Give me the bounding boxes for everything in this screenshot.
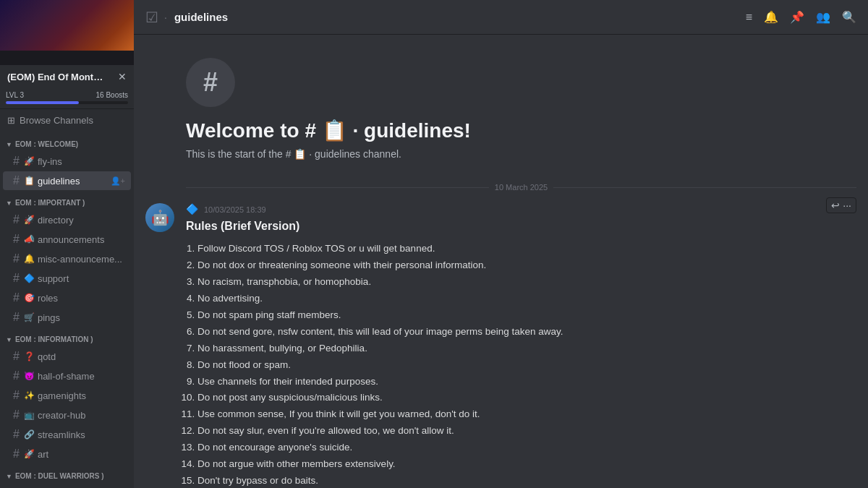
more-actions-icon[interactable]: ··· (843, 200, 851, 211)
category-label-important: EOM : IMPORTANT ) (15, 199, 85, 207)
message-body: Rules (Brief Version) Follow Discord TOS… (186, 218, 856, 488)
category-arrow-information: ▼ (6, 336, 12, 343)
category-arrow-important: ▼ (6, 200, 12, 207)
level-bar-area: LVL 3 16 Boosts (0, 88, 134, 109)
rule-item-7: No harassment, bullying, or Pedophilia. (197, 341, 856, 357)
channel-roles[interactable]: # 🎯 roles (3, 288, 131, 307)
welcome-dot: · (353, 119, 365, 142)
members-icon[interactable]: 👥 (816, 10, 830, 24)
channel-emoji-qotd: ❓ (24, 351, 35, 361)
channel-name-gamenights: gamenights (38, 390, 125, 401)
server-header (0, 0, 134, 65)
category-header-important[interactable]: ▼ EOM : IMPORTANT ) (0, 196, 134, 210)
channel-emoji-shame: 😈 (24, 371, 35, 381)
channel-emoji-stream: 🔗 (24, 429, 35, 440)
channel-directory[interactable]: # 🚀 directory (3, 210, 131, 229)
welcome-prefix: Welcome to # (186, 119, 316, 142)
channel-name-announcements: announcements (38, 234, 125, 245)
main-content: ☑ · guidelines ≡ 🔔 📌 👥 🔍 # Welcome to # … (134, 0, 868, 488)
subtitle-prefix: This is the start of the # (186, 148, 292, 160)
rule-item-3: No racism, transphobia, or homophobia. (197, 274, 856, 291)
message-timestamp: 10/03/2025 18:39 (204, 205, 266, 214)
rule-item-13: Do not encourage anyone's suicide. (197, 440, 856, 456)
channel-streamlinks[interactable]: # 🔗 streamlinks (3, 425, 131, 444)
channel-name-qotd: qotd (38, 351, 125, 362)
rules-list: Follow Discord TOS / Roblox TOS or u wil… (197, 241, 856, 488)
channel-emoji-creator: 📺 (24, 410, 35, 420)
channel-fly-ins[interactable]: # 🚀 fly-ins (3, 152, 131, 171)
channel-gamenights[interactable]: # ✨ gamenights (3, 386, 131, 405)
subtitle-suffix: · guidelines channel. (309, 148, 401, 160)
channel-hash-directory: # (13, 213, 20, 226)
reply-icon[interactable]: ↩ (831, 200, 840, 211)
welcome-emoji: 📋 (322, 119, 347, 142)
sidebar-scroll: ▼ EOM : WELCOME) # 🚀 fly-ins # 📋 guideli… (0, 132, 134, 488)
search-icon[interactable]: 🔍 (842, 10, 856, 24)
channel-name-directory: directory (38, 215, 125, 226)
date-divider: 10 March 2025 (186, 183, 856, 192)
browse-channels-icon: ⊞ (7, 115, 15, 126)
rule-item-10: Do not post any suspicious/malicious lin… (197, 390, 856, 406)
channel-emoji-art: 🚀 (24, 449, 35, 459)
channel-support[interactable]: # 🔷 support (3, 269, 131, 288)
message-content: 🔷 10/03/2025 18:39 Rules (Brief Version)… (186, 203, 856, 488)
avatar-icon: 🤖 (151, 209, 169, 226)
pin-icon[interactable]: 📌 (790, 10, 804, 24)
channel-welcome-title: Welcome to # 📋 · guidelines! (186, 119, 856, 142)
category-welcome: ▼ EOM : WELCOME) # 🚀 fly-ins # 📋 guideli… (0, 137, 134, 190)
message-author: 🔷 (186, 203, 198, 215)
category-header-information[interactable]: ▼ EOM : INFORMATION ) (0, 333, 134, 346)
message-meta: 🔷 10/03/2025 18:39 (186, 203, 856, 215)
category-header-welcome[interactable]: ▼ EOM : WELCOME) (0, 137, 134, 151)
channel-welcome-sub: This is the start of the # 📋 · guideline… (186, 148, 856, 160)
channel-header-name: guidelines (174, 11, 228, 23)
date-label: 10 March 2025 (495, 183, 548, 192)
channel-guidelines[interactable]: # 📋 guidelines 👤+ (3, 171, 131, 190)
channel-hash-shame: # (13, 369, 20, 382)
channel-name-guidelines: guidelines (38, 176, 108, 187)
category-header-duel[interactable]: ▼ EOM : DUEL WARRIORS ) (0, 469, 134, 483)
mute-icon[interactable]: 🔔 (764, 10, 778, 24)
channel-announcements[interactable]: # 📣 announcements (3, 230, 131, 249)
channel-creator-hub[interactable]: # 📺 creator-hub (3, 406, 131, 424)
channel-hall-of-shame[interactable]: # 😈 hall-of-shame (3, 367, 131, 385)
server-title-bar[interactable]: (EOM) End Of Month ... ✕ (0, 65, 134, 88)
rule-item-14: Do not argue with other members extensiv… (197, 456, 856, 473)
category-information: ▼ EOM : INFORMATION ) # ❓ qotd # 😈 hall-… (0, 333, 134, 463)
header-dot: · (164, 12, 167, 23)
channel-name-support: support (38, 273, 125, 284)
channel-hash-announcements: # (13, 233, 20, 246)
channel-pings[interactable]: # 🛒 pings (3, 308, 131, 327)
welcome-channel-name: guidelines! (364, 119, 471, 142)
channel-emoji-announcements: 📣 (24, 234, 35, 244)
channel-dw-update[interactable]: # ⚔ dw-update-log (3, 484, 131, 488)
channel-hash-art: # (13, 448, 20, 461)
channel-qotd[interactable]: # ❓ qotd (3, 347, 131, 366)
channel-art[interactable]: # 🚀 art (3, 445, 131, 463)
channel-emoji-roles: 🎯 (24, 293, 35, 303)
channel-emoji-directory: 🚀 (24, 215, 35, 225)
channel-icon-circle: # (186, 58, 235, 107)
rule-item-15: Don't try bypass or do baits. (197, 473, 856, 488)
channel-emoji-support: 🔷 (24, 273, 35, 283)
channel-emoji-pings: 🛒 (24, 312, 35, 322)
header-checkbox-icon: ☑ (145, 9, 158, 26)
threads-icon[interactable]: ≡ (746, 11, 752, 24)
channel-manage-icon: 👤+ (111, 176, 125, 186)
channel-intro: # Welcome to # 📋 · guidelines! This is t… (186, 46, 856, 171)
rule-item-12: Do not say slur, even if you're allowed … (197, 423, 856, 440)
category-important: ▼ EOM : IMPORTANT ) # 🚀 directory # 📣 an… (0, 196, 134, 327)
server-menu-icon[interactable]: ✕ (118, 71, 127, 82)
avatar: 🤖 (145, 203, 174, 232)
channel-name-creator: creator-hub (38, 410, 125, 421)
rule-item-1: Follow Discord TOS / Roblox TOS or u wil… (197, 241, 856, 257)
boosts-label[interactable]: 16 Boosts (96, 91, 128, 99)
channel-intro-hash: # (203, 67, 218, 98)
browse-channels-button[interactable]: ⊞ Browse Channels (0, 109, 134, 132)
rule-item-9: Use channels for their intended purposes… (197, 374, 856, 390)
category-duel-warriors: ▼ EOM : DUEL WARRIORS ) # ⚔ dw-update-lo… (0, 469, 134, 488)
channel-misc-announcements[interactable]: # 🔔 misc-announceme... (3, 249, 131, 268)
rule-item-8: Do not flood or spam. (197, 357, 856, 374)
rule-item-5: Do not spam ping staff members. (197, 307, 856, 324)
channel-hash-stream: # (13, 428, 20, 441)
